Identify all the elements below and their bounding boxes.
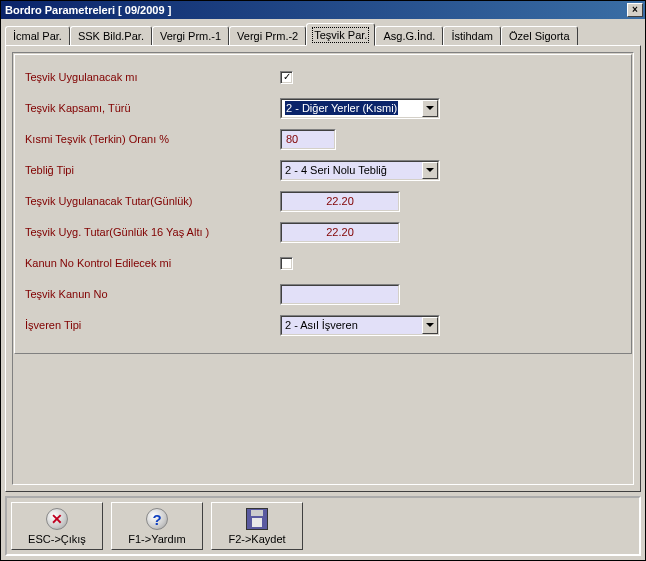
window: Bordro Parametreleri [ 09/2009 ] × İcmal… xyxy=(0,0,646,561)
f1-help-button[interactable]: ? F1->Yardım xyxy=(111,502,203,550)
label-tesvik-kanun-no: Teşvik Kanun No xyxy=(25,288,280,300)
tab-istihdam[interactable]: İstihdam xyxy=(443,26,501,45)
f2-save-button[interactable]: F2->Kaydet xyxy=(211,502,303,550)
tab-content: Teşvik Uygulanacak mı ✓ Teşvik Kapsamı, … xyxy=(5,45,641,492)
tab-icmal-par[interactable]: İcmal Par. xyxy=(5,26,70,45)
save-icon xyxy=(245,507,269,531)
label-kismi-tesvik-oran: Kısmi Teşvik (Terkin) Oranı % xyxy=(25,133,280,145)
button-bar: ✕ ESC->Çıkış ? F1->Yardım F2->Kaydet xyxy=(5,496,641,556)
label-kanun-kontrol: Kanun No Kontrol Edilecek mi xyxy=(25,257,280,269)
label-tesvik-tutar-16: Teşvik Uyg. Tutar(Günlük 16 Yaş Altı ) xyxy=(25,226,280,238)
tab-tesvik-par[interactable]: Teşvik Par. xyxy=(306,23,375,46)
label-tesvik-kapsami: Teşvik Kapsamı, Türü xyxy=(25,102,280,114)
chevron-down-icon[interactable] xyxy=(422,162,438,179)
chevron-down-icon[interactable] xyxy=(422,317,438,334)
chevron-down-icon[interactable] xyxy=(422,100,438,117)
label-tesvik-tutar: Teşvik Uygulanacak Tutar(Günlük) xyxy=(25,195,280,207)
label-teblig-tipi: Tebliğ Tipi xyxy=(25,164,280,176)
checkbox-kanun-kontrol[interactable] xyxy=(280,257,293,270)
form-groupbox-inner: Teşvik Uygulanacak mı ✓ Teşvik Kapsamı, … xyxy=(14,54,632,354)
input-tesvik-tutar[interactable]: 22.20 xyxy=(280,191,400,212)
tab-vergi-prm-1[interactable]: Vergi Prm.-1 xyxy=(152,26,229,45)
label-isveren-tipi: İşveren Tipi xyxy=(25,319,280,331)
dropdown-tesvik-kapsami[interactable]: 2 - Diğer Yerler (Kısmi) xyxy=(280,98,440,119)
close-button[interactable]: × xyxy=(627,3,643,17)
tab-vergi-prm-2[interactable]: Vergi Prm.-2 xyxy=(229,26,306,45)
label-tesvik-uygulanacak: Teşvik Uygulanacak mı xyxy=(25,71,280,83)
close-icon: ✕ xyxy=(45,507,69,531)
input-kismi-tesvik-oran[interactable]: 80 xyxy=(280,129,336,150)
titlebar: Bordro Parametreleri [ 09/2009 ] × xyxy=(1,1,645,19)
window-title: Bordro Parametreleri [ 09/2009 ] xyxy=(5,4,627,16)
tab-ssk-bild-par[interactable]: SSK Bild.Par. xyxy=(70,26,152,45)
dropdown-isveren-tipi[interactable]: 2 - Asıl İşveren xyxy=(280,315,440,336)
tab-ozel-sigorta[interactable]: Özel Sigorta xyxy=(501,26,578,45)
tab-asg-g-ind[interactable]: Asg.G.İnd. xyxy=(375,26,443,45)
close-icon: × xyxy=(632,5,638,15)
form-groupbox: Teşvik Uygulanacak mı ✓ Teşvik Kapsamı, … xyxy=(12,52,634,485)
help-icon: ? xyxy=(145,507,169,531)
input-tesvik-tutar-16[interactable]: 22.20 xyxy=(280,222,400,243)
input-tesvik-kanun-no[interactable] xyxy=(280,284,400,305)
checkbox-tesvik-uygulanacak[interactable]: ✓ xyxy=(280,71,293,84)
dropdown-teblig-tipi[interactable]: 2 - 4 Seri Nolu Tebliğ xyxy=(280,160,440,181)
esc-exit-button[interactable]: ✕ ESC->Çıkış xyxy=(11,502,103,550)
tabs-row: İcmal Par. SSK Bild.Par. Vergi Prm.-1 Ve… xyxy=(1,19,645,45)
